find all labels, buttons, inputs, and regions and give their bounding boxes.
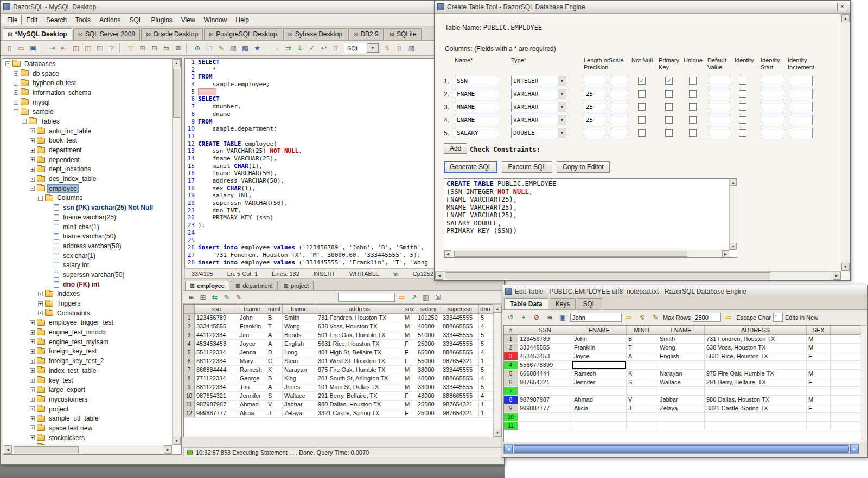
- checkbox-not-null[interactable]: [638, 103, 646, 111]
- execute-sql-button[interactable]: Execute SQL: [502, 161, 552, 173]
- tree-item-auto-inc-table[interactable]: +auto_inc_table: [4, 126, 172, 136]
- dropdown-arrow-icon[interactable]: ▼: [558, 102, 566, 112]
- tree-expander[interactable]: +: [30, 138, 35, 143]
- checkbox-primary-key[interactable]: [665, 103, 673, 111]
- close-tab-icon[interactable]: ⊠: [288, 31, 293, 37]
- type-dropdown[interactable]: INTEGER▼: [511, 76, 566, 86]
- result-tab-employee[interactable]: ⊠employee: [185, 281, 229, 290]
- tree-horizontal-scrollbar[interactable]: ◀ ▶: [4, 445, 172, 454]
- tree-item-hyphen-db-test[interactable]: +hyphen-db-test: [4, 78, 172, 88]
- dropdown-arrow-icon[interactable]: ▼: [367, 43, 379, 53]
- tree-expander[interactable]: +: [30, 320, 35, 325]
- table-row[interactable]: 10: [504, 413, 861, 422]
- menu-view[interactable]: View: [177, 15, 200, 25]
- go-arrow-icon[interactable]: ⇨: [624, 312, 635, 323]
- check-icon[interactable]: ✓: [307, 43, 317, 54]
- scroll-down-icon[interactable]: ▼: [494, 429, 502, 437]
- generate-sql-button[interactable]: Generate SQL: [444, 161, 497, 173]
- table-row[interactable]: 3441122334JimABonds501 Fire Oak, Humble …: [184, 331, 493, 340]
- tree-expander[interactable]: +: [30, 425, 35, 430]
- scrollbar-thumb[interactable]: [14, 446, 79, 453]
- menu-actions[interactable]: Actions: [95, 15, 125, 25]
- scroll-down-icon[interactable]: ▼: [173, 437, 181, 445]
- escape-char-input[interactable]: [773, 313, 783, 322]
- checkbox-not-null[interactable]: [638, 116, 646, 124]
- connection-tab-postgresql-desktop[interactable]: ⊠PostgreSQL Desktop: [204, 28, 282, 40]
- length-field[interactable]: [584, 76, 605, 86]
- id-inc-field[interactable]: [790, 76, 813, 86]
- default-field[interactable]: [710, 102, 730, 112]
- fetch-down-icon[interactable]: ⇓: [295, 43, 305, 54]
- tree-expander[interactable]: -: [14, 109, 18, 114]
- tree-item-employee[interactable]: -employee: [4, 184, 172, 193]
- menu-help[interactable]: Help: [231, 15, 253, 25]
- scroll-left-icon[interactable]: ◀: [4, 445, 12, 454]
- menu-search[interactable]: Search: [42, 15, 71, 25]
- connection-tab-sql-server-2008[interactable]: ⊠SQL Server 2008: [73, 28, 141, 40]
- length-field[interactable]: [584, 102, 605, 112]
- checkbox-identity[interactable]: [739, 116, 746, 124]
- close-tab-icon[interactable]: ⊠: [209, 31, 214, 37]
- column-header-salary[interactable]: salary: [416, 305, 441, 313]
- name-field[interactable]: [455, 115, 499, 125]
- table-row[interactable]: 11987987987AhmadVJabbar980 Dallas, Houst…: [184, 401, 493, 409]
- tree-item-foreign-key-test-2[interactable]: +foreign_key_test_2: [4, 356, 172, 366]
- table-row[interactable]: 1123456789JohnBSmith731 Fondren, Houston…: [504, 335, 861, 344]
- name-field[interactable]: [455, 76, 499, 86]
- scroll-left-icon[interactable]: ◀: [444, 250, 451, 257]
- help-icon[interactable]: ?: [106, 43, 117, 54]
- column-header-ssn[interactable]: SSN: [518, 326, 572, 334]
- create-window-titlebar[interactable]: Create Table Tool - RazorSQL Database En…: [435, 1, 850, 14]
- results-filter-input[interactable]: [338, 293, 395, 302]
- tree-item-sample-utf-table[interactable]: +sample_utf_table: [4, 414, 172, 423]
- close-tab-icon[interactable]: ⊠: [353, 31, 358, 37]
- id-inc-field[interactable]: [790, 102, 813, 112]
- open-folder-icon[interactable]: ▭: [16, 43, 27, 54]
- delete-row-icon[interactable]: ⊘: [531, 312, 542, 323]
- tree-item-stockpickers[interactable]: +stockpickers: [4, 433, 172, 443]
- tree-expander[interactable]: +: [38, 311, 43, 315]
- tree-expander[interactable]: +: [30, 177, 35, 182]
- tree-item-index-test-table[interactable]: +index_test_table: [4, 366, 172, 376]
- scroll-left-icon[interactable]: ◀: [504, 445, 513, 453]
- settings-icon[interactable]: ⊕: [192, 43, 203, 54]
- tree-expander[interactable]: +: [30, 330, 35, 335]
- tree-expander[interactable]: +: [30, 128, 35, 133]
- tree-item-space-test-new[interactable]: +space test new: [4, 423, 172, 433]
- checkbox-primary-key[interactable]: [665, 90, 673, 98]
- filter-icon[interactable]: ▽: [125, 43, 136, 54]
- scroll-left-icon[interactable]: ◀: [435, 272, 443, 280]
- tree-expander[interactable]: +: [30, 349, 35, 354]
- table-row[interactable]: 1123456789JohnBSmith731 Fondren, Houston…: [184, 314, 493, 322]
- pages-icon[interactable]: ▤: [204, 43, 215, 54]
- database-icon[interactable]: ◫: [94, 43, 105, 54]
- save-icon[interactable]: ▣: [557, 312, 568, 323]
- edit-vertical-scrollbar[interactable]: [861, 325, 867, 442]
- checkbox-unique[interactable]: [689, 103, 697, 111]
- cell[interactable]: [572, 361, 627, 369]
- checkbox-unique[interactable]: [689, 90, 697, 98]
- tree-item-lname-varchar-50[interactable]: lname varchar(50): [4, 231, 172, 241]
- checkbox-unique[interactable]: [689, 77, 697, 85]
- database-edit-icon[interactable]: ◫: [82, 43, 93, 54]
- tree-expander[interactable]: +: [30, 368, 35, 373]
- name-field[interactable]: [455, 128, 499, 138]
- copy-to-editor-button[interactable]: Copy to Editor: [557, 161, 610, 173]
- tree-expander[interactable]: -: [22, 119, 27, 124]
- menu-edit[interactable]: Edit: [22, 15, 42, 25]
- scroll-up-icon[interactable]: ▲: [173, 59, 181, 67]
- window-vertical-scrollbar[interactable]: ▲ ▼: [841, 14, 850, 271]
- export-icon[interactable]: ↗: [409, 292, 419, 303]
- table-add-icon[interactable]: ▩: [240, 43, 251, 54]
- column-header-minit[interactable]: MINIT: [627, 326, 658, 334]
- tree-item-mycustomers[interactable]: +mycustomers: [4, 395, 172, 404]
- tab-table-data[interactable]: Table Data: [504, 298, 548, 309]
- table-row[interactable]: 6661122334MaryCStein301 West St. Houston…: [184, 357, 493, 366]
- table-row[interactable]: 3453453453JoyceAEnglish5631 Rice, Housto…: [504, 352, 861, 361]
- table-row[interactable]: 45566778899: [504, 361, 861, 370]
- type-dropdown[interactable]: VARCHAR▼: [511, 102, 566, 112]
- type-dropdown[interactable]: VARCHAR▼: [511, 115, 566, 125]
- paste-icon[interactable]: ⊟: [149, 43, 160, 54]
- length-field[interactable]: [584, 89, 605, 99]
- connection-tab-sybase-desktop[interactable]: ⊠Sybase Desktop: [283, 28, 348, 40]
